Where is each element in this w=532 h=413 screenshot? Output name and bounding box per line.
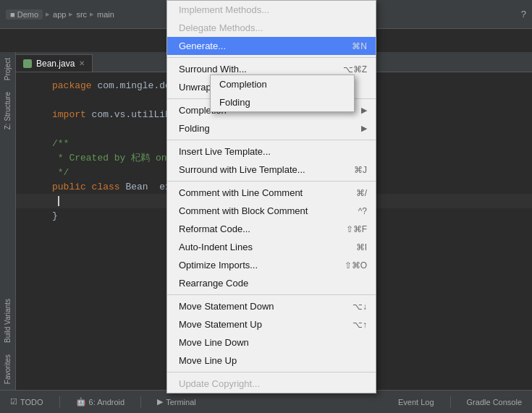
menu-shortcut-reformat-code: ⇧⌘F — [346, 224, 367, 234]
android-icon: 🤖 — [76, 397, 86, 406]
status-sep-3 — [450, 396, 451, 408]
menu-shortcut-optimize-imports: ⇧⌘O — [345, 260, 367, 271]
menu-item-move-line-down[interactable]: Move Line Down — [167, 333, 376, 352]
menu-sep-1 — [167, 57, 376, 58]
menu-label-surround-with: Surround With... — [179, 64, 329, 74]
menu-item-delegate-methods[interactable]: Delegate Methods... — [167, 19, 376, 37]
status-todo[interactable]: ☑ TODO — [6, 396, 48, 408]
tab-bean-java[interactable]: Bean.java ✕ — [16, 54, 93, 72]
text-cursor — [58, 196, 59, 206]
menu-label-auto-indent: Auto-Indent Lines — [179, 242, 342, 252]
menu-shortcut-surround-live-template: ⌘J — [354, 165, 367, 175]
gradle-console-label: Gradle Console — [467, 398, 522, 406]
submenu-item-completion[interactable]: Completion — [211, 75, 354, 93]
menu-label-move-line-up: Move Line Up — [179, 355, 352, 366]
menu-item-optimize-imports[interactable]: Optimize Imports... ⇧⌘O — [167, 256, 376, 274]
menu-item-comment-block[interactable]: Comment with Block Comment ^? — [167, 202, 376, 220]
menu-item-move-statement-up[interactable]: Move Statement Up ⌥↑ — [167, 315, 376, 333]
menu-label-delegate-methods: Delegate Methods... — [179, 22, 352, 33]
todo-label: TODO — [20, 398, 43, 406]
menu-label-move-statement-down: Move Statement Down — [179, 301, 338, 312]
status-terminal[interactable]: ▶ Terminal — [153, 396, 200, 408]
menu-label-insert-live-template: Insert Live Template... — [179, 146, 352, 157]
status-sep-2 — [140, 396, 141, 408]
toolbar-src: src — [76, 10, 87, 19]
menu-label-surround-live-template: Surround with Live Template... — [179, 164, 339, 175]
submenu-label-folding: Folding — [219, 97, 250, 108]
toolbar-demo-icon[interactable]: ■ Demo — [6, 9, 43, 20]
android-label: 6: Android — [89, 398, 125, 406]
terminal-icon: ▶ — [157, 397, 163, 406]
submenu-item-folding[interactable]: Folding — [211, 93, 354, 111]
java-file-icon — [23, 59, 32, 68]
panel-tab-project[interactable]: Project — [2, 52, 13, 86]
status-event-log[interactable]: Event Log — [394, 396, 439, 408]
menu-sep-6 — [167, 372, 376, 372]
project-label: Demo — [17, 10, 38, 19]
panel-tab-favorites[interactable]: Favorites — [2, 349, 13, 390]
panel-tab-build-variants[interactable]: Build Variants — [2, 293, 13, 349]
menu-item-update-copyright[interactable]: Update Copyright... — [167, 375, 376, 393]
menu-sep-4 — [167, 181, 376, 182]
menu-item-folding[interactable]: Folding ▶ — [167, 119, 376, 137]
menu-label-generate: Generate... — [179, 41, 337, 51]
menu-shortcut-surround-with: ⌥⌘Z — [343, 64, 367, 74]
menu-shortcut-auto-indent: ⌘I — [356, 242, 367, 252]
menu-sep-5 — [167, 294, 376, 295]
menu-label-move-line-down: Move Line Down — [179, 337, 352, 348]
menu-label-update-copyright: Update Copyright... — [179, 378, 352, 389]
menu-item-move-statement-down[interactable]: Move Statement Down ⌥↓ — [167, 297, 376, 315]
menu-label-rearrange-code: Rearrange Code — [179, 278, 352, 289]
status-android[interactable]: 🤖 6: Android — [72, 396, 130, 408]
toolbar-sep3: ▸ — [90, 9, 94, 19]
menu-shortcut-move-statement-up: ⌥↑ — [352, 320, 367, 330]
tab-close-button[interactable]: ✕ — [79, 59, 85, 67]
menu-item-insert-live-template[interactable]: Insert Live Template... — [167, 142, 376, 161]
left-panel: Project Z: Structure Build Variants Favo… — [0, 52, 16, 390]
menu-sep-3 — [167, 140, 376, 140]
context-menu: Implement Methods... Delegate Methods...… — [166, 0, 376, 393]
menu-shortcut-comment-block: ^? — [358, 206, 367, 216]
menu-shortcut-generate: ⌘N — [352, 41, 367, 51]
toolbar-sep1: ▸ — [46, 9, 50, 19]
menu-label-reformat-code: Reformat Code... — [179, 223, 332, 234]
menu-label-move-statement-up: Move Statement Up — [179, 319, 338, 330]
menu-item-move-line-up[interactable]: Move Line Up — [167, 352, 376, 370]
menu-label-comment-block: Comment with Block Comment — [179, 205, 344, 216]
status-gradle-console[interactable]: Gradle Console — [463, 396, 526, 408]
event-log-label: Event Log — [398, 398, 434, 406]
menu-label-comment-line: Comment with Line Comment — [179, 187, 342, 198]
menu-item-surround-live-template[interactable]: Surround with Live Template... ⌘J — [167, 161, 376, 179]
menu-item-comment-line[interactable]: Comment with Line Comment ⌘/ — [167, 184, 376, 202]
tab-label: Bean.java — [36, 59, 75, 69]
menu-shortcut-move-statement-down: ⌥↓ — [352, 302, 367, 312]
menu-label-implement-methods: Implement Methods... — [179, 4, 352, 15]
menu-item-generate[interactable]: Generate... ⌘N — [167, 37, 376, 55]
submenu-popup: Completion Folding — [210, 74, 355, 112]
panel-tab-structure[interactable]: Z: Structure — [2, 86, 13, 135]
folding-arrow-icon: ▶ — [361, 124, 367, 133]
menu-item-rearrange-code[interactable]: Rearrange Code — [167, 274, 376, 292]
todo-icon: ☑ — [10, 397, 17, 406]
menu-item-auto-indent[interactable]: Auto-Indent Lines ⌘I — [167, 238, 376, 256]
toolbar-app: app — [53, 10, 66, 19]
menu-item-reformat-code[interactable]: Reformat Code... ⇧⌘F — [167, 220, 376, 238]
menu-label-optimize-imports: Optimize Imports... — [179, 260, 330, 271]
menu-item-implement-methods[interactable]: Implement Methods... — [167, 1, 376, 19]
status-sep-1 — [59, 396, 60, 408]
toolbar-sep2: ▸ — [69, 9, 73, 19]
menu-shortcut-comment-line: ⌘/ — [356, 188, 367, 198]
menu-label-folding: Folding — [179, 123, 358, 134]
help-icon[interactable]: ? — [521, 9, 526, 20]
submenu-label-completion: Completion — [219, 79, 267, 90]
terminal-label: Terminal — [166, 398, 196, 406]
completion-arrow-icon: ▶ — [361, 106, 367, 115]
toolbar-main: main — [97, 10, 114, 19]
